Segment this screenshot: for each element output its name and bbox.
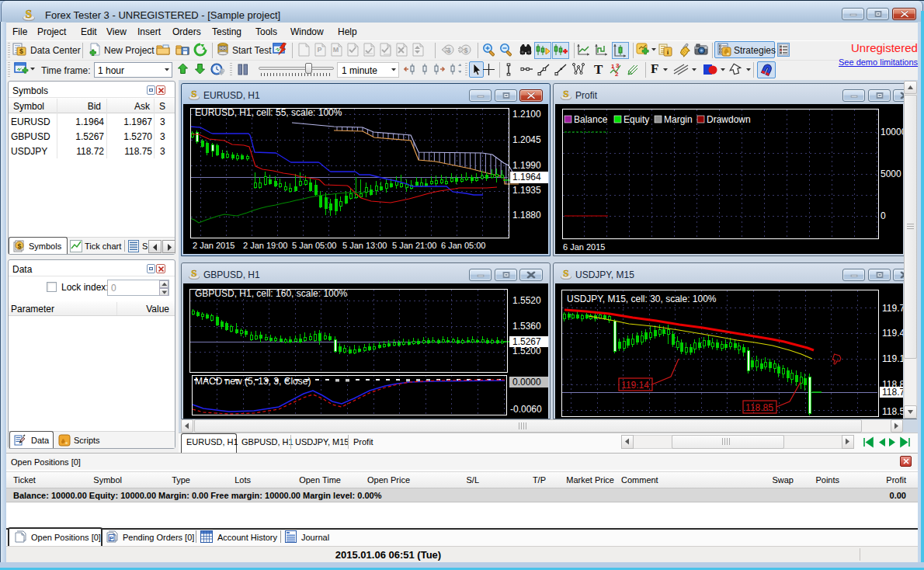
svg-text:118.85: 118.85 [745, 402, 773, 413]
svg-text:2 Jan 19:00: 2 Jan 19:00 [243, 241, 288, 250]
svg-text:$: $ [19, 47, 23, 55]
svg-text:-0.0060: -0.0060 [510, 404, 542, 415]
svg-text:6 Jan 2015: 6 Jan 2015 [563, 242, 605, 252]
svg-text:Drawdown: Drawdown [707, 114, 751, 125]
svg-text:1.1935: 1.1935 [512, 185, 541, 196]
svg-text:5 Jan 13:00: 5 Jan 13:00 [342, 241, 387, 250]
svg-text:Margin: Margin [664, 114, 693, 125]
svg-text:1: 1 [611, 63, 615, 70]
svg-text:1.1990: 1.1990 [512, 160, 541, 171]
svg-text:USDJPY, M15, cell: 30, scale:: USDJPY, M15, cell: 30, scale: 100% [567, 294, 717, 304]
svg-text:5000: 5000 [881, 169, 901, 179]
svg-text:119.4: 119.4 [882, 328, 903, 339]
svg-text:6 Jan 05:00: 6 Jan 05:00 [441, 241, 486, 250]
svg-text:Balance: Balance [574, 114, 608, 125]
svg-text:GBPUSD, H1, cell: 160, scale:: GBPUSD, H1, cell: 160, scale: 100% [195, 288, 347, 299]
svg-text:1.5520: 1.5520 [512, 295, 541, 306]
svg-text:S: S [191, 268, 196, 279]
svg-text:1.2100: 1.2100 [512, 109, 541, 120]
svg-text:EURUSD, H1, cell: 55, scale: 1: EURUSD, H1, cell: 55, scale: 100% [195, 107, 342, 118]
svg-text:P: P [317, 46, 321, 54]
svg-text:118.5: 118.5 [882, 406, 903, 417]
svg-text:1.5200: 1.5200 [512, 346, 541, 356]
svg-text:S: S [563, 268, 568, 279]
svg-text:S: S [563, 89, 568, 99]
svg-text:P: P [109, 535, 114, 542]
svg-text:10000: 10000 [881, 127, 903, 137]
svg-text:5 Jan 21:00: 5 Jan 21:00 [392, 241, 437, 250]
svg-text:1.2045: 1.2045 [512, 134, 541, 145]
svg-text:M: M [333, 46, 339, 54]
svg-text:2 Jan 2015: 2 Jan 2015 [193, 241, 234, 250]
svg-text:118.7: 118.7 [882, 387, 903, 398]
svg-text:0: 0 [881, 210, 886, 221]
svg-text:0.0000: 0.0000 [512, 377, 541, 388]
svg-text:5 Jan 05:00: 5 Jan 05:00 [292, 241, 337, 250]
svg-text:1.1880: 1.1880 [512, 210, 541, 221]
svg-text:119.14: 119.14 [621, 380, 649, 391]
svg-text:$: $ [17, 242, 21, 250]
svg-text:1.5360: 1.5360 [512, 321, 541, 332]
svg-text:MACD new (5, 13, 3, Close): MACD new (5, 13, 3, Close) [195, 376, 311, 387]
svg-text:S: S [191, 89, 196, 99]
svg-text:1.1964: 1.1964 [512, 172, 541, 182]
svg-text:Equity: Equity [624, 114, 649, 125]
svg-text:S: S [26, 8, 32, 20]
svg-text:119.1: 119.1 [882, 353, 903, 364]
svg-text:$: $ [464, 47, 467, 54]
svg-text:1.5267: 1.5267 [512, 336, 541, 347]
svg-text:119.7: 119.7 [882, 303, 903, 314]
